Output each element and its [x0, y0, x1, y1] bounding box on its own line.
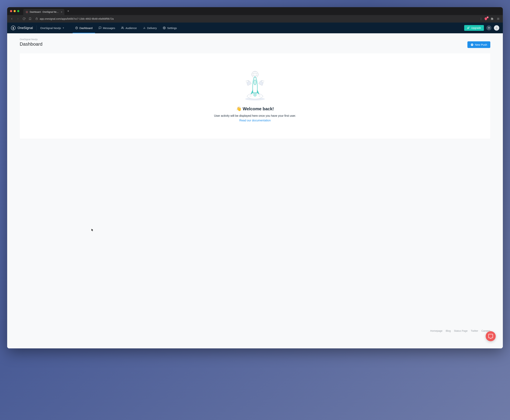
svg-point-15: [496, 27, 497, 28]
browser-tab[interactable]: Dashboard · OneSignal Nextjs | ×: [23, 9, 64, 15]
dashboard-icon: [75, 27, 78, 29]
documentation-link[interactable]: Read our documentation: [214, 118, 296, 123]
nav-settings[interactable]: Settings: [160, 22, 179, 33]
plus-circle-icon: [471, 43, 473, 46]
svg-point-23: [254, 80, 256, 85]
welcome-heading: 👋 Welcome back!: [236, 106, 274, 111]
svg-point-21: [252, 73, 258, 76]
nav-audience-label: Audience: [126, 27, 137, 30]
browser-window: Dashboard · OneSignal Nextjs | × + app.o…: [7, 7, 503, 348]
rocket-icon: [467, 27, 470, 29]
bookmark-icon[interactable]: [28, 17, 32, 21]
new-push-label: New Push: [475, 43, 487, 46]
browser-tab-title: Dashboard · OneSignal Nextjs |: [30, 11, 59, 13]
cursor-icon: [91, 228, 94, 232]
gear-icon: [163, 27, 166, 29]
lock-icon: [36, 17, 38, 20]
svg-rect-2: [36, 18, 38, 20]
nav-delivery[interactable]: Delivery: [140, 22, 159, 33]
app-selector-label: OneSignal Nextjs: [40, 27, 61, 30]
nav-dashboard[interactable]: Dashboard: [73, 22, 95, 33]
brand-name: OneSignal: [18, 26, 33, 30]
nav-audience[interactable]: Audience: [119, 22, 139, 33]
breadcrumb: OneSignal Nextjs: [20, 38, 490, 41]
footer-twitter[interactable]: Twitter: [471, 330, 478, 332]
messages-icon: [99, 27, 102, 29]
rocket-illustration: [237, 68, 273, 104]
help-button[interactable]: ?: [486, 25, 491, 30]
window-maximize-button[interactable]: [17, 10, 19, 12]
window-minimize-button[interactable]: [14, 10, 16, 12]
page-title: Dashboard: [20, 41, 42, 47]
svg-point-14: [164, 28, 165, 28]
toolbar-separator: |: [481, 17, 481, 20]
nav-delivery-label: Delivery: [147, 27, 157, 30]
footer-homepage[interactable]: Homepage: [430, 330, 443, 332]
toolbar-right: | 6: [481, 17, 500, 21]
chevron-down-icon: ▼: [62, 27, 64, 29]
svg-rect-8: [13, 28, 14, 30]
audience-icon: [121, 27, 124, 29]
window-close-button[interactable]: [10, 10, 12, 12]
user-icon: [495, 26, 498, 30]
nav-messages-label: Messages: [103, 27, 115, 30]
page-title-row: Dashboard New Push: [20, 41, 490, 48]
browser-tab-strip: Dashboard · OneSignal Nextjs | × +: [7, 7, 503, 15]
window-controls: [10, 10, 19, 12]
new-tab-button[interactable]: +: [67, 9, 69, 13]
address-bar[interactable]: app.onesignal.com/apps/b40b7cc7-13dc-466…: [34, 17, 478, 20]
delivery-icon: [143, 27, 146, 29]
browser-toolbar: app.onesignal.com/apps/b40b7cc7-13dc-466…: [7, 15, 503, 22]
svg-point-1: [27, 12, 27, 12]
chat-widget-button[interactable]: [486, 331, 496, 341]
browser-menu-icon[interactable]: [496, 17, 500, 21]
shield-icon[interactable]: 6: [484, 17, 488, 21]
url-text: app.onesignal.com/apps/b40b7cc7-13dc-466…: [40, 17, 114, 20]
main-nav: Dashboard Messages Audience Delivery Set…: [73, 22, 179, 33]
nav-settings-label: Settings: [167, 27, 177, 30]
header-separator: [37, 25, 37, 31]
avatar[interactable]: [494, 25, 499, 31]
welcome-subtext-wrap: User activity will be displayed here onc…: [214, 113, 296, 123]
back-button[interactable]: [10, 17, 14, 21]
header-right: Upgrade ?: [464, 25, 499, 31]
forward-button[interactable]: [16, 17, 20, 21]
welcome-subtext: User activity will be displayed here onc…: [214, 114, 296, 117]
footer-blog[interactable]: Blog: [446, 330, 451, 332]
footer-links: Homepage Blog Status Page Twitter Career…: [430, 330, 490, 332]
nav-messages[interactable]: Messages: [96, 22, 118, 33]
onesignal-logo-icon: [11, 25, 16, 30]
app-header: OneSignal OneSignal Nextjs ▼ Dashboard M…: [7, 22, 503, 33]
upgrade-button[interactable]: Upgrade: [464, 25, 484, 31]
help-label: ?: [488, 27, 490, 30]
reload-button[interactable]: [22, 17, 26, 21]
footer-status[interactable]: Status Page: [454, 330, 468, 332]
chat-icon: [488, 334, 493, 339]
new-push-button[interactable]: New Push: [467, 41, 490, 48]
upgrade-label: Upgrade: [471, 27, 481, 29]
shield-badge-count: 6: [487, 16, 488, 18]
close-tab-icon[interactable]: ×: [61, 11, 62, 13]
empty-state-card: 👋 Welcome back! User activity will be di…: [20, 53, 490, 139]
page-content: OneSignal Nextjs Dashboard New Push: [7, 33, 503, 348]
nav-dashboard-label: Dashboard: [80, 27, 93, 30]
app-selector[interactable]: OneSignal Nextjs ▼: [40, 27, 64, 30]
svg-point-10: [122, 27, 123, 28]
extensions-icon[interactable]: [490, 17, 494, 21]
onesignal-favicon: [25, 11, 28, 13]
brand-logo[interactable]: OneSignal: [11, 25, 33, 30]
